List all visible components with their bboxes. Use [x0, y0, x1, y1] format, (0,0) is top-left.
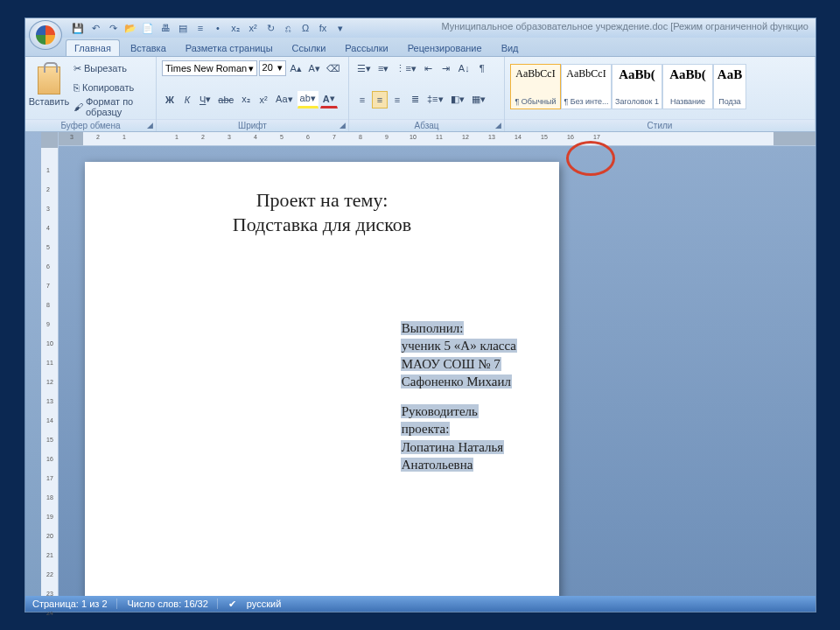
borders-button[interactable]: ▦▾	[469, 91, 488, 108]
line-spacing-button[interactable]: ‡≡▾	[424, 91, 446, 108]
status-language[interactable]: русский	[247, 598, 281, 609]
title-bar: 💾 ↶ ↷ 📂 📄 🖶 ▤ ≡ • x₂ x² ↻ ⎌ Ω fx ▾ Муниц…	[25, 18, 816, 38]
style-label: ¶ Без инте...	[564, 97, 608, 106]
status-words[interactable]: Число слов: 16/32	[128, 598, 218, 609]
align-center-button[interactable]: ≡	[372, 91, 388, 108]
subscript-button[interactable]: x₂	[238, 91, 254, 108]
format-painter-button[interactable]: 🖌 Формат по образцу	[71, 98, 167, 116]
group-styles: AaBbCcI¶ Обычный AaBbCcI¶ Без инте... Aa…	[505, 57, 816, 131]
tab-review[interactable]: Рецензирование	[399, 39, 491, 56]
outdent-button[interactable]: ⇤	[421, 60, 437, 77]
align-left-button[interactable]: ≡	[354, 91, 370, 108]
tab-insert[interactable]: Вставка	[122, 39, 175, 56]
supervisor-line: проекта:	[401, 422, 451, 436]
redo-icon[interactable]: ↷	[106, 21, 120, 35]
tab-view[interactable]: Вид	[493, 39, 528, 56]
status-proofing-icon[interactable]: ✔	[228, 598, 236, 610]
status-bar: Страница: 1 из 2 Число слов: 16/32 ✔ рус…	[25, 596, 816, 612]
group-paragraph: ☰▾ ≡▾ ⋮≡▾ ⇤ ⇥ A↓ ¶ ≡ ≡ ≡ ≣ ‡≡▾ ◧▾ ▦▾ Абз…	[349, 57, 505, 131]
justify-button[interactable]: ≣	[407, 91, 423, 108]
strike-button[interactable]: abc	[215, 91, 236, 108]
group-label-styles: Стили	[505, 119, 815, 131]
cut-button[interactable]: ✂ Вырезать	[71, 60, 158, 77]
copy-label: Копировать	[82, 82, 134, 93]
quick-access-toolbar: 💾 ↶ ↷ 📂 📄 🖶 ▤ ≡ • x₂ x² ↻ ⎌ Ω fx ▾	[71, 21, 347, 35]
sort-button[interactable]: A↓	[456, 60, 472, 77]
group-clipboard: Вставить ✂ Вырезать ⎘ Копировать 🖌 Форма…	[25, 57, 157, 131]
multilevel-button[interactable]: ⋮≡▾	[393, 60, 418, 77]
shading-button[interactable]: ◧▾	[448, 91, 467, 108]
numbering-button[interactable]: ≡▾	[375, 60, 391, 77]
qat-btn-1[interactable]: ▤	[176, 21, 190, 35]
dialog-launcher-icon[interactable]: ◢	[495, 121, 501, 130]
font-family-combo[interactable]: Times New Roman▾	[162, 60, 257, 76]
document-area[interactable]: Проект на тему: Подставка для дисков Вып…	[59, 146, 816, 596]
qat-btn-4[interactable]: x₂	[228, 21, 242, 35]
painter-label: Формат по образцу	[86, 96, 164, 117]
author-line: Выполнил:	[401, 321, 465, 335]
underline-button[interactable]: Ч▾	[197, 91, 214, 108]
tab-mailings[interactable]: Рассылки	[336, 39, 396, 56]
author-line: МАОУ СОШ № 7	[401, 357, 501, 371]
font-size-combo[interactable]: 20▾	[259, 60, 286, 76]
save-icon[interactable]: 💾	[71, 21, 85, 35]
horizontal-ruler[interactable]: 3211234567891011121314151617	[59, 132, 816, 146]
doc-title-line1: Проект на тему:	[136, 188, 508, 213]
bullets-button[interactable]: ☰▾	[354, 60, 374, 77]
clear-format-button[interactable]: ⌫	[325, 60, 343, 77]
style-label: Название	[670, 97, 705, 106]
qat-btn-7[interactable]: ⎌	[281, 21, 295, 35]
office-logo-icon	[36, 25, 55, 45]
shrink-font-button[interactable]: A▾	[306, 60, 323, 77]
style-no-spacing[interactable]: AaBbCcI¶ Без инте...	[561, 64, 612, 109]
print-icon[interactable]: 🖶	[158, 21, 172, 35]
copy-button[interactable]: ⎘ Копировать	[71, 79, 158, 96]
supervisor-line: Анатольевна	[401, 458, 474, 472]
style-subtitle[interactable]: AaBПодза	[713, 64, 746, 109]
undo-icon[interactable]: ↶	[88, 21, 102, 35]
style-label: Заголовок 1	[615, 97, 659, 106]
open-icon[interactable]: 📂	[123, 21, 137, 35]
style-preview: AaB	[718, 67, 742, 82]
qat-dropdown-icon[interactable]: ▾	[333, 21, 347, 35]
qat-btn-3[interactable]: •	[211, 21, 225, 35]
italic-button[interactable]: К	[179, 91, 195, 108]
workspace: 123456789101112131415161718192021222324 …	[25, 132, 816, 596]
qat-btn-5[interactable]: x²	[246, 21, 260, 35]
window-title: Муниципальное образовательное учреждение…	[441, 21, 808, 32]
grow-font-button[interactable]: A▴	[288, 60, 304, 77]
style-title[interactable]: AaBb(Название	[662, 64, 713, 109]
show-marks-button[interactable]: ¶	[474, 60, 490, 77]
tab-page-layout[interactable]: Разметка страницы	[177, 39, 282, 56]
highlight-button[interactable]: ab▾	[298, 91, 318, 108]
bold-button[interactable]: Ж	[162, 91, 178, 108]
omega-icon[interactable]: Ω	[298, 21, 312, 35]
new-icon[interactable]: 📄	[141, 21, 155, 35]
font-color-button[interactable]: A▾	[320, 91, 338, 108]
style-preview: AaBbCcI	[566, 67, 606, 80]
align-right-button[interactable]: ≡	[389, 91, 405, 108]
tab-home[interactable]: Главная	[66, 39, 120, 56]
vertical-ruler[interactable]: 123456789101112131415161718192021222324	[41, 132, 59, 596]
paste-label: Вставить	[29, 96, 70, 107]
dialog-launcher-icon[interactable]: ◢	[340, 121, 346, 130]
tab-references[interactable]: Ссылки	[284, 39, 335, 56]
superscript-button[interactable]: x²	[256, 91, 271, 108]
fx-icon[interactable]: fx	[316, 21, 330, 35]
style-preview: AaBbCcI	[515, 67, 555, 80]
office-button[interactable]	[29, 20, 62, 50]
status-page[interactable]: Страница: 1 из 2	[32, 598, 117, 609]
change-case-button[interactable]: Aa▾	[273, 91, 295, 108]
page[interactable]: Проект на тему: Подставка для дисков Вып…	[85, 162, 559, 596]
style-label: Подза	[718, 97, 741, 106]
dialog-launcher-icon[interactable]: ◢	[147, 121, 153, 130]
author-line: Сафоненко Михаил	[401, 374, 512, 388]
qat-btn-2[interactable]: ≡	[193, 21, 207, 35]
indent-button[interactable]: ⇥	[438, 60, 454, 77]
author-line: ученик 5 «А» класса	[401, 339, 517, 353]
supervisor-line: Руководитель	[401, 404, 479, 418]
style-heading1[interactable]: AaBb(Заголовок 1	[612, 64, 662, 109]
qat-btn-6[interactable]: ↻	[263, 21, 277, 35]
paste-button[interactable]: Вставить	[31, 60, 67, 114]
style-normal[interactable]: AaBbCcI¶ Обычный	[510, 64, 561, 109]
